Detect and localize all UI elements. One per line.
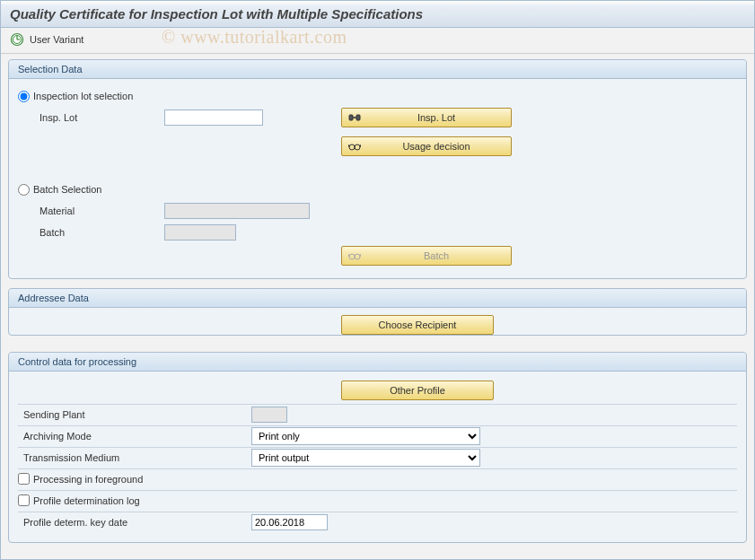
choose-recipient-text: Choose Recipient (347, 319, 487, 330)
insp-lot-label: Insp. Lot (34, 112, 164, 123)
group-addressee-data: Addressee Data Choose Recipient (8, 288, 747, 336)
svg-rect-4 (349, 115, 353, 120)
svg-point-8 (355, 144, 360, 150)
other-profile-button[interactable]: Other Profile (341, 381, 494, 400)
usage-decision-button-text: Usage decision (367, 141, 505, 152)
svg-point-7 (349, 144, 355, 150)
insp-lot-button-text: Insp. Lot (367, 112, 505, 123)
group-header-control: Control data for processing (9, 353, 746, 372)
archiving-mode-select[interactable]: Print only (251, 427, 480, 445)
profile-log-label: Profile determination log (33, 495, 140, 506)
transmission-medium-label: Transmission Medium (18, 452, 251, 463)
svg-point-11 (355, 254, 360, 259)
batch-label: Batch (34, 227, 164, 238)
processing-foreground-label: Processing in foreground (33, 474, 143, 485)
archiving-mode-label: Archiving Mode (18, 431, 251, 442)
choose-recipient-button[interactable]: Choose Recipient (341, 315, 494, 335)
other-profile-text: Other Profile (347, 385, 487, 396)
transmission-medium-select[interactable]: Print output (251, 449, 480, 467)
radio-label-batch: Batch Selection (33, 184, 101, 195)
radio-batch-selection[interactable] (18, 184, 30, 196)
insp-lot-input[interactable] (164, 109, 263, 126)
material-input (164, 203, 310, 219)
toolbar: User Variant (1, 28, 754, 54)
sending-plant-input (251, 407, 287, 423)
group-control-data: Control data for processing Other Profil… (8, 352, 747, 543)
glasses-icon (347, 140, 362, 153)
batch-button: Batch (341, 246, 512, 266)
radio-inspection-lot-selection[interactable] (18, 91, 30, 102)
group-header-addressee: Addressee Data (9, 289, 746, 308)
sending-plant-label: Sending Plant (18, 409, 251, 420)
svg-point-10 (349, 254, 355, 259)
profile-date-label: Profile determ. key date (18, 517, 251, 528)
radio-label-inspection-lot: Inspection lot selection (33, 91, 133, 101)
page-title-bar: Quality Certificate for Inspection Lot w… (1, 1, 754, 28)
svg-rect-5 (356, 115, 360, 120)
processing-foreground-checkbox[interactable] (18, 473, 30, 485)
usage-decision-button[interactable]: Usage decision (341, 136, 512, 156)
profile-date-input[interactable] (251, 514, 328, 530)
glasses-icon (347, 249, 362, 262)
batch-input (164, 224, 236, 241)
group-selection-data: Selection Data Inspection lot selection … (8, 59, 747, 279)
group-header-selection: Selection Data (9, 60, 746, 79)
material-label: Material (34, 206, 164, 216)
user-variant-label[interactable]: User Variant (30, 34, 83, 45)
insp-lot-button[interactable]: Insp. Lot (341, 108, 512, 127)
page-title: Quality Certificate for Inspection Lot w… (10, 6, 423, 22)
execute-icon[interactable] (10, 32, 24, 47)
binoculars-icon (347, 111, 362, 124)
svg-rect-6 (353, 117, 356, 118)
batch-button-text: Batch (367, 250, 505, 261)
profile-log-checkbox[interactable] (18, 494, 30, 506)
